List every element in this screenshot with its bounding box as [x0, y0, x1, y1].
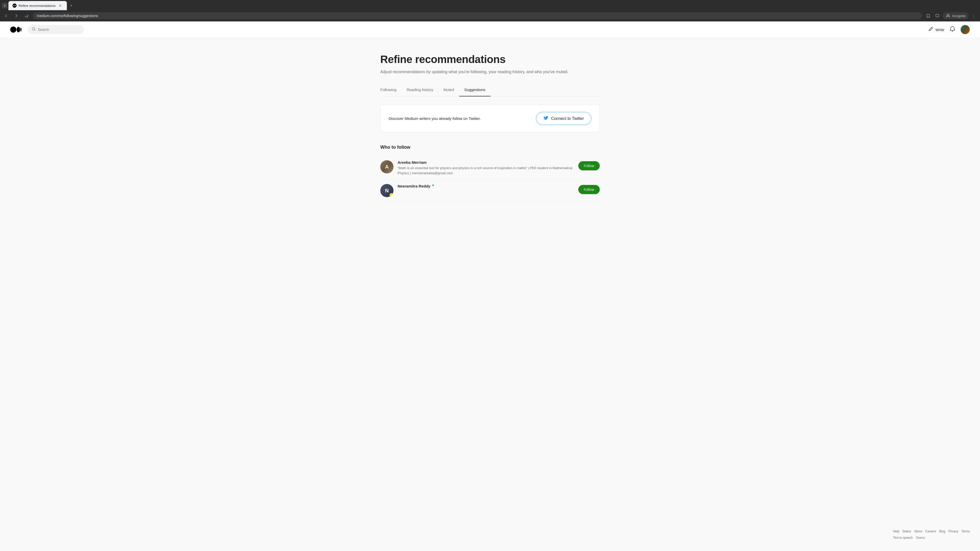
write-label: Write [935, 27, 944, 32]
footer-links-row-2: Text to speech Teams [893, 535, 970, 541]
follow-button-areeba[interactable]: Follow [578, 161, 600, 170]
page-title: Refine recommendations [380, 53, 600, 65]
search-placeholder: Search [38, 27, 49, 32]
tab-muted[interactable]: Muted [438, 84, 460, 97]
page-content: Refine recommendations Adjust recommenda… [375, 38, 605, 212]
svg-point-2 [10, 27, 16, 33]
avatar [961, 25, 970, 34]
tab-reading-history[interactable]: Reading history [401, 84, 438, 97]
tab-title: Refine recommendations [19, 4, 56, 8]
tab-favicon: ●● [13, 3, 17, 8]
tab-following[interactable]: Following [380, 84, 401, 97]
connect-twitter-label: Connect to Twitter [551, 116, 584, 121]
who-to-follow-title: Who to follow [380, 144, 600, 150]
footer-link-privacy[interactable]: Privacy [948, 529, 958, 534]
back-button[interactable] [2, 12, 10, 20]
follow-user-card-neeramitra: N ★ Neeramitra Reddy Follow [380, 180, 600, 202]
tab-dropdown-button[interactable]: ∨ [2, 3, 7, 8]
svg-rect-0 [936, 14, 939, 17]
incognito-label: Incognito [952, 14, 966, 18]
page-subtitle: Adjust recommendations by updating what … [380, 70, 600, 74]
search-icon [32, 27, 36, 32]
browser-menu-button[interactable]: ⋮ [970, 12, 978, 20]
who-to-follow-section: Who to follow A Areeba Merriam "Math is … [380, 144, 600, 202]
user-avatar-areeba[interactable]: A [380, 160, 393, 173]
browser-toolbar: Incognito ⋮ [0, 10, 980, 21]
tab-close-button[interactable]: ✕ [58, 3, 63, 8]
nav-logo[interactable] [10, 26, 21, 33]
footer-links-row-1: Help Status About Careers Blog Privacy T… [893, 529, 970, 534]
follow-button-neeramitra[interactable]: Follow [578, 185, 600, 194]
footer-link-status[interactable]: Status [902, 529, 911, 534]
connect-twitter-button[interactable]: Connect to Twitter [536, 112, 591, 125]
footer-link-about[interactable]: About [914, 529, 922, 534]
user-name-areeba: Areeba Merriam [398, 160, 574, 165]
twitter-connect-card: Discover Medium writers you already foll… [380, 105, 600, 132]
user-bio-areeba: "Math is an essential tool for physics a… [398, 165, 574, 176]
user-name-neeramitra: Neeramitra Reddy [398, 184, 574, 188]
top-nav: Search Write [0, 21, 980, 38]
refresh-button[interactable] [22, 12, 30, 20]
tab-switch-button[interactable] [933, 12, 942, 20]
verified-icon [431, 184, 435, 188]
new-tab-button[interactable]: + [68, 2, 75, 9]
footer-link-tts[interactable]: Text to speech [893, 535, 913, 541]
user-info-neeramitra: Neeramitra Reddy [398, 184, 574, 189]
footer-link-blog[interactable]: Blog [939, 529, 945, 534]
write-icon [928, 26, 934, 33]
user-avatar-neeramitra[interactable]: N ★ [380, 184, 393, 197]
follow-user-card: A Areeba Merriam "Math is an essential t… [380, 156, 600, 180]
toolbar-actions: Incognito ⋮ [924, 12, 978, 20]
star-badge: ★ [390, 193, 393, 197]
tabs-container: Following Reading history Muted Suggesti… [380, 84, 600, 97]
footer-link-terms[interactable]: Terms [961, 529, 970, 534]
svg-point-3 [17, 27, 20, 32]
footer-links: Help Status About Careers Blog Privacy T… [893, 529, 970, 541]
write-button[interactable]: Write [928, 26, 944, 33]
address-bar[interactable] [33, 12, 922, 19]
bookmark-button[interactable] [924, 12, 932, 20]
twitter-card-text: Discover Medium writers you already foll… [389, 116, 481, 121]
footer-link-careers[interactable]: Careers [925, 529, 936, 534]
user-info-areeba: Areeba Merriam "Math is an essential too… [398, 160, 574, 176]
search-bar[interactable]: Search [27, 25, 84, 34]
active-tab[interactable]: ●● Refine recommendations ✕ [8, 1, 67, 10]
page-wrapper: Search Write Refine recommendations Adju… [0, 21, 980, 542]
notifications-button[interactable] [950, 26, 956, 33]
avatar-areeba: A [380, 160, 393, 173]
nav-right: Write [928, 25, 970, 34]
tab-suggestions[interactable]: Suggestions [459, 84, 490, 97]
browser-chrome: ∨ ●● Refine recommendations ✕ + [0, 0, 980, 21]
footer-link-teams[interactable]: Teams [916, 535, 925, 541]
svg-point-4 [21, 27, 21, 32]
user-avatar-button[interactable] [961, 25, 970, 34]
forward-button[interactable] [12, 12, 21, 20]
twitter-bird-icon [543, 115, 549, 122]
incognito-badge: Incognito [942, 12, 969, 19]
footer-link-help[interactable]: Help [893, 529, 899, 534]
tab-bar: ∨ ●● Refine recommendations ✕ + [0, 0, 980, 10]
